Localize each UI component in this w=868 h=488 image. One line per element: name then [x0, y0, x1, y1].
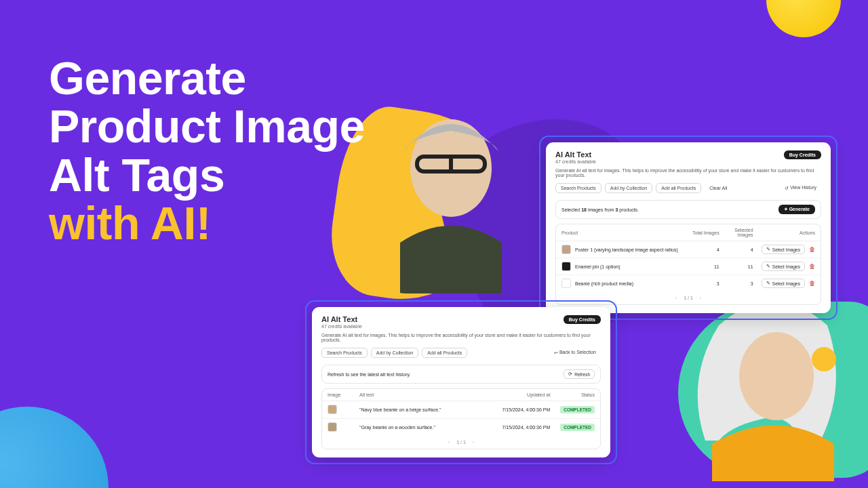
pager-next[interactable]: › [473, 440, 474, 445]
product-thumb [561, 245, 571, 254]
col-image: Image [328, 392, 359, 397]
trash-icon: 🗑 [809, 246, 815, 253]
updated-at: 7/15/2024, 4:00:36 PM [487, 407, 551, 412]
headline-line1: Generate [49, 54, 365, 102]
svg-point-6 [812, 347, 836, 371]
selected-images: 4 [719, 247, 753, 252]
delete-button[interactable]: 🗑 [809, 280, 815, 287]
buy-credits-button[interactable]: Buy Credits [564, 315, 601, 324]
selection-summary: Selected 18 images from 3 products. [561, 207, 639, 212]
generate-button[interactable]: ✦ Generate [778, 205, 815, 214]
credits-label: 47 credits available [555, 159, 596, 164]
product-thumb [561, 262, 571, 271]
panel-history-frame: AI Alt Text 47 credits available Buy Cre… [305, 300, 617, 464]
photo-person-man [366, 90, 536, 293]
buy-credits-button[interactable]: Buy Credits [784, 150, 821, 159]
col-status: Status [550, 392, 595, 397]
col-product: Product [561, 230, 686, 235]
status-badge: COMPLETED [560, 424, 595, 431]
credits-label: 47 credits available [321, 324, 362, 329]
alt-text-value: "Gray beanie on a wooden surface." [359, 425, 487, 430]
pencil-icon: ✎ [766, 247, 770, 252]
table-row: Beanie (rich product media)33✎ Select Im… [556, 275, 821, 291]
image-thumb [328, 405, 337, 414]
pager: ‹ 1 / 1 › [322, 436, 600, 449]
add-all-products-button[interactable]: Add all Products [422, 348, 467, 358]
description-text: Generate AI alt text for images. This he… [555, 168, 821, 178]
svg-point-5 [739, 332, 814, 420]
back-arrow-icon: ↩ [554, 350, 558, 356]
delete-button[interactable]: 🗑 [809, 246, 815, 253]
delete-button[interactable]: 🗑 [809, 263, 815, 270]
decorative-circle-blue [0, 407, 108, 488]
product-name: Enamel pin (1 option) [575, 264, 620, 269]
total-images: 11 [686, 264, 719, 269]
trash-icon: 🗑 [809, 263, 815, 270]
add-all-products-button[interactable]: Add all Products [656, 183, 701, 193]
select-images-button[interactable]: ✎ Select Images [762, 245, 805, 254]
panel-history: AI Alt Text 47 credits available Buy Cre… [312, 307, 610, 458]
refresh-icon: ⟳ [568, 371, 572, 377]
select-images-button[interactable]: ✎ Select Images [762, 262, 805, 271]
col-alt-text: Alt text [359, 392, 487, 397]
headline-line4: with AI! [49, 199, 365, 247]
alt-text-value: "Navy blue beanie on a beige surface." [359, 407, 487, 412]
panel-selection: AI Alt Text 47 credits available Buy Cre… [546, 142, 831, 313]
description-text: Generate AI alt text for images. This he… [321, 333, 601, 342]
product-thumb [561, 279, 571, 288]
headline: Generate Product Image Alt Tags with AI! [49, 54, 365, 248]
headline-line2: Product Image [49, 102, 365, 150]
add-by-collection-button[interactable]: Add by Collection [371, 348, 418, 358]
add-by-collection-button[interactable]: Add by Collection [605, 183, 652, 193]
decorative-circle-yellow [766, 0, 841, 37]
refresh-button[interactable]: ⟳ Refresh [564, 369, 595, 379]
table-row: "Gray beanie on a wooden surface."7/15/2… [322, 419, 600, 436]
pager-next[interactable]: › [700, 296, 701, 300]
view-history-button[interactable]: ↺ View History [780, 183, 821, 192]
col-updated: Updated at [487, 392, 551, 397]
table-row: Poster 1 (varying landscape image aspect… [556, 241, 821, 258]
product-name: Poster 1 (varying landscape image aspect… [575, 247, 678, 252]
selected-images: 3 [719, 281, 753, 286]
updated-at: 7/15/2024, 4:00:36 PM [487, 425, 551, 430]
total-images: 3 [686, 281, 719, 286]
col-actions: Actions [753, 230, 815, 235]
headline-line3: Alt Tags [49, 151, 365, 199]
back-to-selection-button[interactable]: ↩ Back to Selection [549, 348, 601, 357]
pencil-icon: ✎ [766, 281, 770, 286]
table-row: Enamel pin (1 option)1111✎ Select Images… [556, 258, 821, 275]
status-badge: COMPLETED [560, 406, 595, 413]
page-title: AI Alt Text [555, 150, 596, 159]
pencil-icon: ✎ [766, 264, 770, 269]
select-images-button[interactable]: ✎ Select Images [762, 279, 805, 288]
image-thumb [328, 422, 337, 432]
sparkle-icon: ✦ [784, 207, 788, 212]
history-table: Image Alt text Updated at Status "Navy b… [321, 388, 601, 449]
pager-prev[interactable]: ‹ [448, 440, 450, 445]
col-selected: Selected Images [719, 228, 753, 237]
page-title: AI Alt Text [321, 315, 362, 323]
selected-images: 11 [719, 264, 753, 269]
history-icon: ↺ [785, 186, 789, 191]
products-table: Product Total Images Selected Images Act… [555, 224, 821, 305]
col-total: Total Images [686, 230, 719, 235]
panel-selection-frame: AI Alt Text 47 credits available Buy Cre… [539, 136, 837, 320]
clear-all-button[interactable]: Clear All [705, 184, 732, 192]
search-products-button[interactable]: Search Products [555, 183, 601, 193]
product-name: Beanie (rich product media) [575, 281, 633, 286]
total-images: 4 [686, 247, 719, 252]
pager-prev[interactable]: ‹ [675, 296, 677, 300]
search-products-button[interactable]: Search Products [321, 348, 368, 358]
trash-icon: 🗑 [809, 280, 815, 287]
table-row: "Navy blue beanie on a beige surface."7/… [322, 401, 600, 419]
refresh-hint: Refresh to see the latest alt text histo… [328, 372, 410, 377]
